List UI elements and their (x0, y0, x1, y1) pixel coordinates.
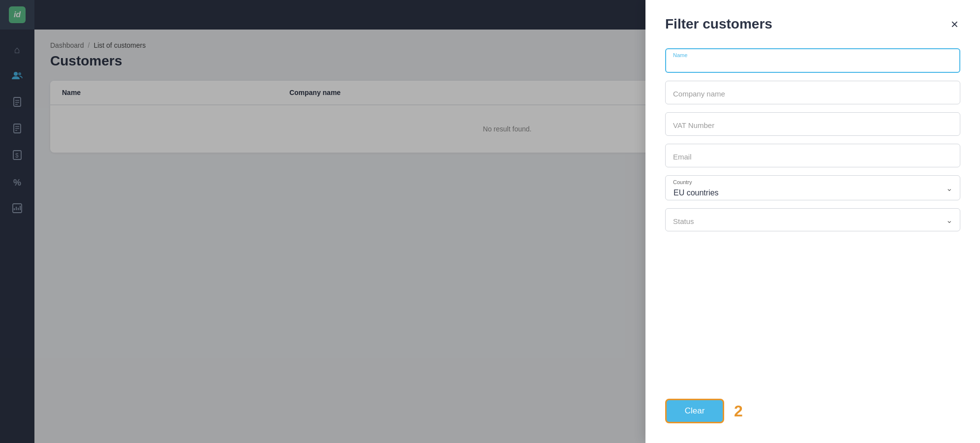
vat-number-input[interactable] (665, 112, 960, 136)
filter-body: Name Company name VAT Number Email All (645, 44, 980, 387)
filter-field-company: Company name (665, 81, 960, 104)
filter-field-status: All Active Inactive Status ⌄ (665, 208, 960, 231)
clear-button[interactable]: Clear (665, 399, 724, 423)
filter-field-country: All EU countries Non-EU countries Countr… (665, 175, 960, 200)
close-button[interactable]: × (949, 16, 960, 32)
filter-panel: Filter customers × Name Company name VAT… (645, 0, 980, 443)
filter-field-email: Email (665, 144, 960, 167)
company-name-input[interactable] (665, 81, 960, 104)
step-badge: 2 (734, 402, 743, 420)
filter-header: Filter customers × (645, 0, 980, 44)
filter-field-name: Name (665, 48, 960, 73)
filter-footer: Clear 2 (645, 387, 980, 443)
filter-title: Filter customers (665, 16, 772, 32)
country-select[interactable]: All EU countries Non-EU countries (665, 175, 960, 200)
status-select[interactable]: All Active Inactive (665, 208, 960, 231)
name-input[interactable] (665, 48, 960, 73)
email-input[interactable] (665, 144, 960, 167)
filter-field-vat: VAT Number (665, 112, 960, 136)
overlay: Filter customers × Name Company name VAT… (0, 0, 980, 443)
